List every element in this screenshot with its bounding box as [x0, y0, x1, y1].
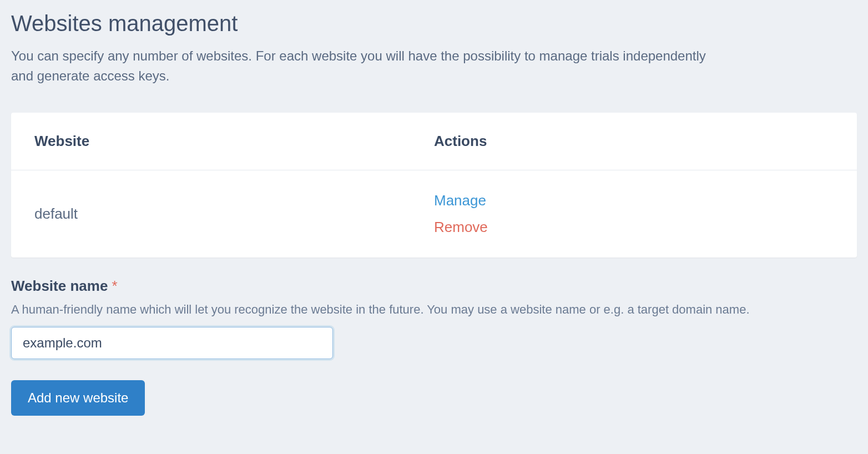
column-header-actions: Actions — [434, 133, 834, 150]
website-name-input[interactable] — [11, 327, 333, 359]
column-header-website: Website — [34, 133, 434, 150]
add-website-button[interactable]: Add new website — [11, 380, 145, 416]
website-cell-actions: Manage Remove — [434, 190, 834, 238]
manage-link[interactable]: Manage — [434, 190, 834, 210]
website-cell-name: default — [34, 205, 434, 223]
remove-link[interactable]: Remove — [434, 217, 834, 237]
website-name-label: Website name * — [11, 278, 857, 295]
page-title: Websites management — [11, 11, 857, 36]
websites-table: Website Actions default Manage Remove — [11, 113, 857, 258]
table-row: default Manage Remove — [11, 170, 857, 258]
add-website-form: Website name * A human-friendly name whi… — [11, 278, 857, 416]
page-description: You can specify any number of websites. … — [11, 46, 721, 86]
label-text: Website name — [11, 278, 108, 294]
table-header: Website Actions — [11, 113, 857, 170]
website-name-help: A human-friendly name which will let you… — [11, 302, 857, 317]
required-indicator: * — [112, 278, 118, 294]
